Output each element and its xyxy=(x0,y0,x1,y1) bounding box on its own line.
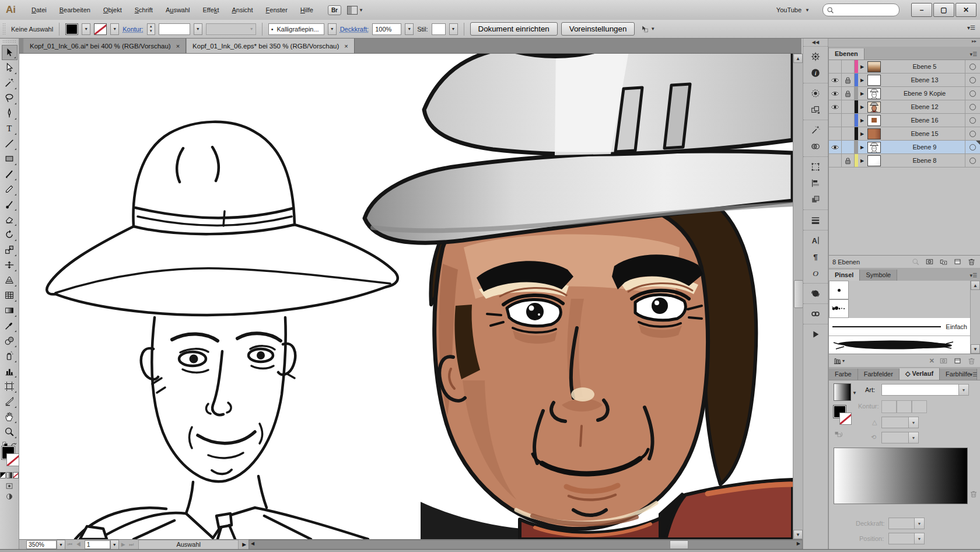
document-tab[interactable]: Kopf_01_Ink_06.eps* bei 350 % (RGB/Vorsc… xyxy=(186,39,355,53)
dock-aktionen-abspielen-icon[interactable] xyxy=(807,327,824,342)
remove-brush-stroke-icon[interactable]: ✕ xyxy=(929,357,935,365)
drawing-mode-icon[interactable] xyxy=(5,482,14,490)
layer-row[interactable]: ▶Ebene 16 xyxy=(829,114,980,127)
menu-fenster[interactable]: Fenster xyxy=(260,5,294,15)
new-brush-icon[interactable] xyxy=(953,357,963,365)
layer-target-icon[interactable] xyxy=(965,87,980,100)
radiergummi-werkzeug[interactable] xyxy=(2,212,18,227)
layer-thumbnail[interactable] xyxy=(866,114,881,127)
brush-calligraphic[interactable] xyxy=(829,281,849,299)
gradient-thumbnail[interactable] xyxy=(834,383,851,401)
visibility-toggle[interactable] xyxy=(829,154,842,167)
auswahl-werkzeug[interactable] xyxy=(2,45,18,60)
first-prev-artboard-icons[interactable]: ⏮ ◀ xyxy=(68,541,82,548)
layers-panel-menu-icon[interactable]: ▾☰ xyxy=(970,51,977,57)
dock-pathfinder-optionen-icon[interactable] xyxy=(807,102,824,117)
horizontal-scrollbar[interactable]: ◀ ▶ xyxy=(249,540,803,550)
dock-kuler-icon[interactable] xyxy=(807,286,824,301)
lock-toggle[interactable] xyxy=(842,141,855,153)
tab-symbole[interactable]: Symbole xyxy=(860,270,897,281)
dock-absatz-icon[interactable] xyxy=(807,249,824,264)
gradient-stroke-swatch[interactable] xyxy=(839,413,852,425)
tab-close-icon[interactable]: × xyxy=(176,43,180,50)
expand-layer-icon[interactable]: ▶ xyxy=(858,154,866,167)
document-canvas[interactable] xyxy=(19,54,793,539)
visibility-toggle[interactable] xyxy=(829,114,842,127)
tab-verlauf[interactable]: ◇ Verlauf xyxy=(900,368,940,380)
stroke-swatch[interactable] xyxy=(6,453,19,466)
layer-name[interactable]: Ebene 16 xyxy=(881,114,965,127)
buntstift-werkzeug[interactable] xyxy=(2,181,18,197)
menu-schrift[interactable]: Schrift xyxy=(128,5,159,15)
scroll-down-icon[interactable]: ▼ xyxy=(793,530,803,539)
visibility-toggle[interactable] xyxy=(829,60,842,73)
rechteck-werkzeug[interactable] xyxy=(2,151,18,166)
vertical-scrollbar[interactable]: ▲ ▼ xyxy=(793,54,803,539)
verlauf-werkzeug[interactable] xyxy=(2,303,18,318)
expand-layer-icon[interactable]: ▶ xyxy=(858,74,866,86)
symbol-aufspruehen-werkzeug[interactable] xyxy=(2,348,18,364)
layer-target-icon[interactable] xyxy=(965,60,980,73)
menu-effekt[interactable]: Effekt xyxy=(197,5,226,15)
delete-brush-icon[interactable] xyxy=(967,357,977,365)
brush-charcoal[interactable] xyxy=(829,336,971,354)
slice-werkzeug[interactable] xyxy=(2,394,18,409)
tab-close-icon[interactable]: × xyxy=(344,43,348,50)
lock-toggle[interactable] xyxy=(842,74,855,86)
brush-libraries-icon[interactable] xyxy=(832,357,842,365)
align-options-icon[interactable]: ▼ xyxy=(640,25,655,33)
document-tab[interactable]: Kopf_01_Ink_06.ai* bei 400 % (RGB/Vorsch… xyxy=(23,39,186,53)
menu-bearbeiten[interactable]: Bearbeiten xyxy=(53,5,97,15)
expand-layer-icon[interactable]: ▶ xyxy=(858,60,866,73)
layer-thumbnail[interactable] xyxy=(866,154,881,167)
clipping-mask-icon[interactable] xyxy=(925,257,935,266)
workspace-switcher[interactable]: YouTube▼ xyxy=(772,5,814,15)
layer-thumbnail[interactable] xyxy=(866,100,881,113)
layer-target-icon[interactable] xyxy=(965,114,980,127)
stroke-panel-link[interactable]: Kontur: xyxy=(123,26,143,33)
layer-row[interactable]: ▶Ebene 9 Kopie xyxy=(829,87,980,100)
brush-plain[interactable]: Einfach xyxy=(829,318,971,336)
dock-kontur-icon[interactable] xyxy=(807,212,824,228)
reverse-gradient-icon[interactable] xyxy=(834,430,844,439)
lock-toggle[interactable] xyxy=(842,114,855,127)
dock-ausrichten-icon[interactable] xyxy=(807,176,824,191)
layer-row[interactable]: ▶Ebene 13 xyxy=(829,74,980,87)
lock-toggle[interactable] xyxy=(842,154,855,167)
menu-ansicht[interactable]: Ansicht xyxy=(225,5,259,15)
dock-verknuepfungen-icon[interactable] xyxy=(807,306,824,322)
gradient-panel-menu-icon[interactable]: ▾☰ xyxy=(970,372,977,378)
dock-informationen-icon[interactable] xyxy=(807,65,824,81)
pinsel-werkzeug[interactable] xyxy=(2,166,18,181)
stroke-weight-stepper[interactable]: ▲▼ xyxy=(147,23,155,35)
dock-navigator-icon[interactable] xyxy=(807,49,824,64)
layer-name[interactable]: Ebene 8 xyxy=(881,154,965,167)
skalieren-werkzeug[interactable] xyxy=(2,242,18,257)
layer-name[interactable]: Ebene 15 xyxy=(881,127,965,140)
menu-auswahl[interactable]: Auswahl xyxy=(159,5,197,15)
tropfenpinsel-werkzeug[interactable] xyxy=(2,197,18,212)
zoom-dropdown[interactable]: ▼ xyxy=(57,540,65,550)
menu-objekt[interactable]: Objekt xyxy=(97,5,128,15)
breiten-werkzeug[interactable] xyxy=(2,257,18,272)
scroll-up-icon[interactable]: ▲ xyxy=(793,54,803,63)
layer-name[interactable]: Ebene 13 xyxy=(881,74,965,86)
none-mode-icon[interactable] xyxy=(13,472,19,478)
dock-transparenz-icon[interactable] xyxy=(807,139,824,154)
artboard-dropdown[interactable]: ▼ xyxy=(110,540,119,550)
fill-color-swatch[interactable] xyxy=(65,23,78,35)
search-field[interactable] xyxy=(834,6,889,14)
perspektivenraster-werkzeug[interactable] xyxy=(2,272,18,288)
tab-farbe[interactable]: Farbe xyxy=(829,369,858,380)
lasso-werkzeug[interactable] xyxy=(2,90,18,106)
gitter-werkzeug[interactable] xyxy=(2,288,18,303)
layer-row[interactable]: ▶Ebene 9 xyxy=(829,141,980,154)
visibility-toggle[interactable] xyxy=(829,141,842,153)
next-last-artboard-icons[interactable]: ▶ ⏭ xyxy=(121,541,135,548)
visibility-toggle[interactable] xyxy=(829,74,842,86)
tab-farbfelder[interactable]: Farbfelder xyxy=(858,369,900,380)
lock-toggle[interactable] xyxy=(842,100,855,113)
layer-thumbnail[interactable] xyxy=(866,74,881,86)
scroll-left-icon[interactable]: ◀ xyxy=(251,541,254,546)
gradient-menu-caret[interactable]: ▼ xyxy=(852,390,857,396)
